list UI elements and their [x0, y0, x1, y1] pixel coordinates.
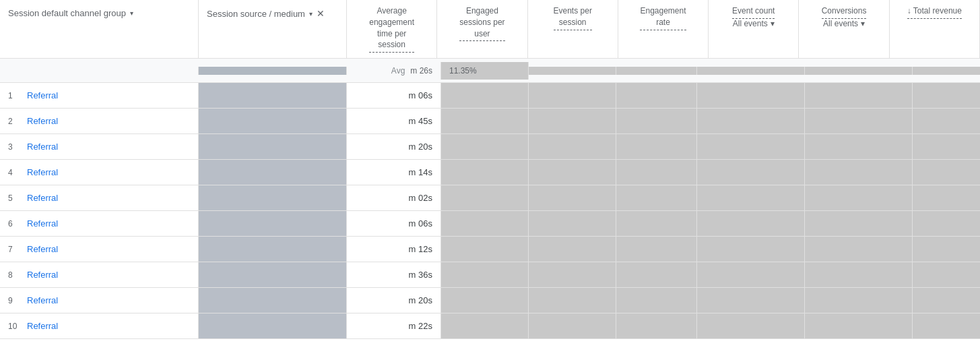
- engaged-label: Engagedsessions peruser: [459, 5, 504, 41]
- dim2-close-icon[interactable]: ✕: [317, 8, 325, 19]
- row-conversions-5: [805, 211, 913, 236]
- table-row: 4 Referral m 14s: [0, 160, 980, 185]
- row-engaged-1: [441, 109, 529, 133]
- conversions-dropdown-icon: ▾: [861, 19, 865, 28]
- row-events-per-8: [529, 288, 616, 313]
- engaged-header: Engagedsessions peruser: [437, 0, 527, 58]
- row-dim2-7: [199, 262, 347, 287]
- row-num-1: 2: [8, 117, 19, 126]
- row-events-per-5: [529, 211, 616, 236]
- row-num-7: 8: [8, 270, 19, 280]
- row-dim2-0: [199, 83, 347, 108]
- row-referral-link-0[interactable]: Referral: [27, 90, 58, 100]
- table-row: 10 Referral m 22s: [0, 313, 980, 339]
- dim2-dropdown-icon[interactable]: ▾: [309, 10, 313, 18]
- dim2-header[interactable]: Session source / medium ▾ ✕: [199, 0, 347, 58]
- row-event-count-7: [697, 262, 805, 287]
- avg-revenue-cell: [913, 67, 980, 75]
- row-dim2-3: [199, 160, 347, 185]
- row-avg-9: m 22s: [347, 313, 441, 338]
- row-events-per-4: [529, 185, 616, 210]
- row-conversions-6: [805, 237, 913, 262]
- row-events-per-7: [529, 262, 616, 287]
- row-dim2-5: [199, 211, 347, 236]
- avg-time-value: m 26s: [410, 66, 432, 76]
- row-referral-link-6[interactable]: Referral: [27, 244, 58, 254]
- row-conversions-2: [805, 134, 913, 159]
- row-engaged-9: [441, 313, 529, 338]
- dim1-dropdown-icon[interactable]: ▾: [130, 9, 133, 17]
- row-engagement-4: [616, 185, 697, 210]
- avg-label: Averageengagementtime persession: [369, 5, 414, 53]
- row-engagement-1: [616, 109, 697, 133]
- row-referral-link-3[interactable]: Referral: [27, 167, 58, 177]
- event-count-dropdown-icon: ▾: [771, 19, 775, 28]
- row-referral-link-9[interactable]: Referral: [27, 321, 58, 331]
- event-count-label: Event count: [732, 5, 775, 19]
- table-row: 5 Referral m 02s: [0, 185, 980, 211]
- row-referral-link-8[interactable]: Referral: [27, 295, 58, 305]
- dim1-label: Session default channel group: [8, 8, 126, 18]
- row-engagement-7: [616, 262, 697, 287]
- event-count-dropdown[interactable]: All events ▾: [733, 19, 775, 28]
- row-referral-link-2[interactable]: Referral: [27, 142, 58, 152]
- row-events-per-0: [529, 83, 616, 108]
- row-event-count-8: [697, 288, 805, 313]
- engagement-rate-label: Engagementrate: [640, 5, 686, 30]
- row-conversions-0: [805, 83, 913, 108]
- row-avg-6: m 12s: [347, 237, 441, 262]
- avg-dim1-cell: [0, 67, 199, 75]
- row-events-per-6: [529, 237, 616, 262]
- row-engaged-5: [441, 211, 529, 236]
- avg-engagement-cell: [616, 67, 697, 75]
- row-revenue-6: [913, 237, 980, 262]
- dim1-header[interactable]: Session default channel group ▾: [0, 0, 199, 58]
- avg-conversions-cell: [805, 67, 913, 75]
- row-revenue-9: [913, 313, 980, 338]
- row-engaged-0: [441, 83, 529, 108]
- row-conversions-8: [805, 288, 913, 313]
- row-dim1-8: 9 Referral: [0, 288, 199, 313]
- row-conversions-1: [805, 109, 913, 133]
- row-revenue-2: [913, 134, 980, 159]
- row-event-count-6: [697, 237, 805, 262]
- engagement-rate-header: Engagementrate: [618, 0, 709, 58]
- row-engagement-8: [616, 288, 697, 313]
- row-num-0: 1: [8, 91, 19, 100]
- table-row: 1 Referral m 06s: [0, 83, 980, 109]
- row-dim1-4: 5 Referral: [0, 185, 199, 210]
- row-dim1-0: 1 Referral: [0, 83, 199, 108]
- row-events-per-3: [529, 160, 616, 185]
- row-engaged-2: [441, 134, 529, 159]
- avg-engaged-cell: 11.35%: [441, 62, 529, 80]
- avg-avg-label: Avg: [391, 66, 405, 76]
- avg-events-per-cell: [529, 67, 616, 75]
- row-referral-link-1[interactable]: Referral: [27, 116, 58, 126]
- row-num-5: 6: [8, 219, 19, 229]
- row-dim1-9: 10 Referral: [0, 313, 199, 338]
- row-avg-8: m 20s: [347, 288, 441, 313]
- row-engagement-0: [616, 83, 697, 108]
- table-row: 8 Referral m 36s: [0, 262, 980, 288]
- conversions-label: Conversions: [822, 5, 867, 19]
- row-dim2-2: [199, 134, 347, 159]
- avg-row: Avg m 26s 11.35%: [0, 59, 980, 83]
- row-avg-2: m 20s: [347, 134, 441, 159]
- row-avg-1: m 45s: [347, 109, 441, 133]
- analytics-table: Session default channel group ▾ Session …: [0, 0, 980, 339]
- row-referral-link-7[interactable]: Referral: [27, 270, 58, 280]
- row-engagement-6: [616, 237, 697, 262]
- row-dim1-1: 2 Referral: [0, 109, 199, 133]
- row-referral-link-4[interactable]: Referral: [27, 193, 58, 203]
- row-avg-5: m 06s: [347, 211, 441, 236]
- row-referral-link-5[interactable]: Referral: [27, 218, 58, 229]
- row-engagement-3: [616, 160, 697, 185]
- row-conversions-7: [805, 262, 913, 287]
- row-dim2-9: [199, 313, 347, 338]
- row-num-2: 3: [8, 142, 19, 152]
- row-conversions-3: [805, 160, 913, 185]
- row-events-per-1: [529, 109, 616, 133]
- row-revenue-1: [913, 109, 980, 133]
- conversions-dropdown[interactable]: All events ▾: [823, 19, 865, 28]
- row-avg-4: m 02s: [347, 185, 441, 210]
